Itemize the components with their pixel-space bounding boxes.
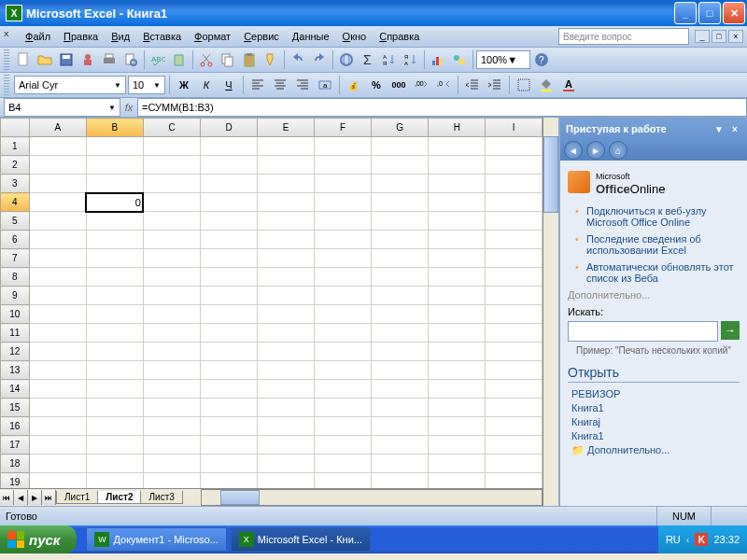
- tab-nav-prev-icon[interactable]: ◀: [14, 490, 28, 505]
- task-pane-close-icon[interactable]: ×: [728, 122, 741, 135]
- cell-D6[interactable]: [201, 231, 258, 249]
- fill-color-icon[interactable]: [536, 75, 557, 95]
- recent-file-3[interactable]: Книга1: [568, 430, 740, 441]
- hyperlink-icon[interactable]: [336, 49, 357, 70]
- tp-more2-link[interactable]: 📁 Дополнительно...: [568, 444, 740, 456]
- cell-F12[interactable]: [315, 343, 372, 361]
- sort-desc-icon[interactable]: ЯA: [401, 49, 421, 70]
- menu-сервис[interactable]: Сервис: [237, 29, 286, 44]
- cell-E13[interactable]: [258, 361, 315, 380]
- cell-C9[interactable]: [143, 287, 200, 305]
- cell-D10[interactable]: [201, 305, 258, 324]
- cell-E8[interactable]: [258, 268, 315, 287]
- cell-F17[interactable]: [315, 436, 372, 455]
- increase-indent-icon[interactable]: [485, 75, 505, 95]
- cell-B9[interactable]: [86, 287, 143, 305]
- spelling-icon[interactable]: ABC: [148, 49, 168, 70]
- menu-файл[interactable]: Файл: [19, 29, 57, 44]
- align-left-icon[interactable]: [247, 75, 268, 95]
- spreadsheet-grid[interactable]: ABCDEFGHI1234056789101112131415161718192…: [0, 118, 543, 488]
- window-maximize-button[interactable]: □: [698, 2, 721, 24]
- taskbar-item-1[interactable]: XMicrosoft Excel - Кни...: [231, 527, 371, 552]
- cell-B17[interactable]: [86, 436, 143, 455]
- cell-E18[interactable]: [258, 455, 315, 473]
- cell-H1[interactable]: [429, 137, 486, 156]
- cell-G18[interactable]: [372, 455, 429, 473]
- new-doc-icon[interactable]: [13, 49, 34, 70]
- undo-icon[interactable]: [288, 49, 308, 70]
- sheet-tab-1[interactable]: Лист2: [97, 491, 141, 504]
- cell-B4[interactable]: 0: [86, 193, 143, 212]
- window-minimize-button[interactable]: _: [674, 2, 697, 24]
- mdi-minimize-button[interactable]: _: [695, 30, 710, 43]
- cell-G13[interactable]: [372, 361, 429, 380]
- cell-B15[interactable]: [86, 399, 143, 417]
- cell-I11[interactable]: [486, 324, 543, 343]
- print-icon[interactable]: [99, 49, 120, 70]
- cell-D3[interactable]: [201, 175, 258, 193]
- cell-F6[interactable]: [315, 231, 372, 249]
- cell-A5[interactable]: [29, 212, 86, 231]
- cell-I8[interactable]: [486, 268, 543, 287]
- cell-C17[interactable]: [143, 436, 200, 455]
- comma-style-icon[interactable]: 000: [388, 75, 409, 95]
- merge-center-icon[interactable]: a: [315, 75, 335, 95]
- increase-decimal-icon[interactable]: ,00: [411, 75, 431, 95]
- recent-file-1[interactable]: Книга1: [568, 402, 740, 413]
- cell-G5[interactable]: [372, 212, 429, 231]
- cell-C14[interactable]: [143, 380, 200, 399]
- cell-G19[interactable]: [372, 473, 429, 489]
- start-button[interactable]: пуск: [0, 525, 77, 553]
- cell-B18[interactable]: [86, 455, 143, 473]
- cell-A6[interactable]: [29, 231, 86, 249]
- cell-A10[interactable]: [29, 305, 86, 324]
- cell-I13[interactable]: [486, 361, 543, 380]
- cell-A11[interactable]: [29, 324, 86, 343]
- task-pane-search-input[interactable]: [568, 321, 718, 342]
- fx-icon[interactable]: fx: [120, 102, 137, 113]
- cell-B5[interactable]: [86, 212, 143, 231]
- cell-I17[interactable]: [486, 436, 543, 455]
- research-icon[interactable]: [169, 49, 190, 70]
- cell-H4[interactable]: [429, 193, 486, 212]
- chart-wizard-icon[interactable]: [428, 49, 448, 70]
- zoom-combo[interactable]: 100%▼: [476, 50, 530, 69]
- cell-B14[interactable]: [86, 380, 143, 399]
- cell-I14[interactable]: [486, 380, 543, 399]
- font-name-combo[interactable]: Arial Cyr▼: [14, 76, 126, 94]
- kaspersky-tray-icon[interactable]: K: [695, 533, 708, 546]
- cell-H16[interactable]: [429, 417, 486, 436]
- sort-asc-icon[interactable]: AЯ: [379, 49, 400, 70]
- cell-E9[interactable]: [258, 287, 315, 305]
- cell-H9[interactable]: [429, 287, 486, 305]
- menu-вид[interactable]: Вид: [105, 29, 136, 44]
- cell-I7[interactable]: [486, 249, 543, 268]
- cell-I5[interactable]: [486, 212, 543, 231]
- cell-H19[interactable]: [429, 473, 486, 489]
- cell-H17[interactable]: [429, 436, 486, 455]
- cell-I10[interactable]: [486, 305, 543, 324]
- help-icon[interactable]: ?: [531, 49, 552, 70]
- cell-F10[interactable]: [315, 305, 372, 324]
- cell-A1[interactable]: [29, 137, 86, 156]
- cell-H10[interactable]: [429, 305, 486, 324]
- menu-окно[interactable]: Окно: [336, 29, 374, 44]
- cell-D16[interactable]: [201, 417, 258, 436]
- menu-формат[interactable]: Формат: [188, 29, 237, 44]
- cell-E12[interactable]: [258, 343, 315, 361]
- tab-nav-first-icon[interactable]: ⏮: [0, 490, 14, 505]
- cell-F15[interactable]: [315, 399, 372, 417]
- cell-E10[interactable]: [258, 305, 315, 324]
- cell-A18[interactable]: [29, 455, 86, 473]
- cell-G7[interactable]: [372, 249, 429, 268]
- cell-G3[interactable]: [372, 175, 429, 193]
- cell-G11[interactable]: [372, 324, 429, 343]
- cell-D18[interactable]: [201, 455, 258, 473]
- formula-input[interactable]: =СУММ(B1:B3): [137, 98, 747, 117]
- underline-icon[interactable]: Ч: [218, 75, 239, 95]
- cell-H7[interactable]: [429, 249, 486, 268]
- cell-C5[interactable]: [143, 212, 200, 231]
- recent-file-2[interactable]: Книгај: [568, 416, 740, 427]
- cell-E14[interactable]: [258, 380, 315, 399]
- tp-forward-icon[interactable]: ►: [586, 141, 605, 160]
